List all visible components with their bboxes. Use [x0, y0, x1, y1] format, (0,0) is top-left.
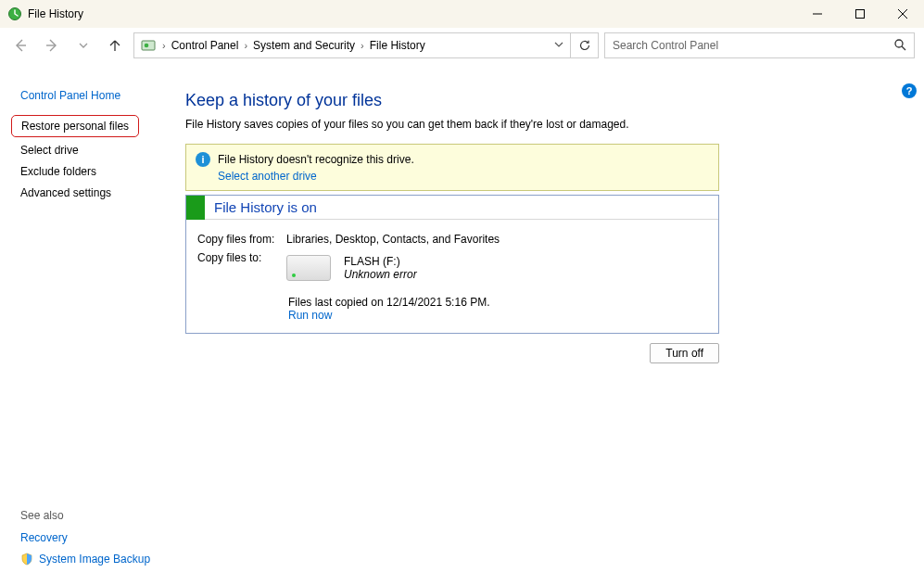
turn-off-button[interactable]: Turn off: [650, 343, 719, 363]
copy-from-label: Copy files from:: [197, 233, 286, 246]
sidebar-restore-personal-files[interactable]: Restore personal files: [11, 115, 139, 137]
svg-line-10: [902, 46, 905, 50]
see-also-recovery-label: Recovery: [20, 531, 68, 544]
maximize-button[interactable]: [839, 0, 881, 28]
run-now-link[interactable]: Run now: [288, 309, 707, 322]
breadcrumb-item[interactable]: File History: [366, 39, 429, 52]
refresh-button[interactable]: [570, 33, 598, 57]
chevron-right-icon[interactable]: ›: [160, 40, 168, 51]
warning-message: File History doesn't recognize this driv…: [218, 153, 414, 166]
warning-box: i File History doesn't recognize this dr…: [185, 144, 719, 191]
see-also-section: See also Recovery System Image Backup: [20, 509, 150, 574]
see-also-recovery[interactable]: Recovery: [20, 531, 150, 544]
status-on-indicator: [186, 196, 205, 220]
location-icon: [140, 37, 157, 54]
forward-button[interactable]: [39, 32, 65, 58]
sidebar-exclude-folders[interactable]: Exclude folders: [20, 165, 185, 178]
svg-rect-2: [856, 10, 865, 19]
copy-from-value: Libraries, Desktop, Contacts, and Favori…: [286, 233, 500, 246]
select-another-drive-link[interactable]: Select another drive: [218, 170, 317, 183]
nav-toolbar: › Control Panel › System and Security › …: [0, 28, 924, 63]
see-also-label: See also: [20, 509, 150, 522]
status-header: File History is on: [186, 196, 718, 220]
sidebar-advanced-settings[interactable]: Advanced settings: [20, 186, 185, 199]
search-box[interactable]: [604, 32, 915, 58]
content-pane: Keep a history of your files File Histor…: [185, 63, 924, 585]
help-icon[interactable]: ?: [902, 83, 917, 98]
see-also-backup-label: System Image Backup: [39, 553, 150, 566]
info-icon: i: [196, 152, 210, 167]
drive-name: FLASH (F:): [344, 255, 417, 268]
svg-point-8: [145, 44, 149, 48]
search-input[interactable]: [605, 38, 886, 53]
search-icon[interactable]: [886, 38, 914, 54]
status-panel: File History is on Copy files from: Libr…: [185, 195, 719, 334]
chevron-right-icon[interactable]: ›: [359, 40, 366, 51]
sidebar: Control Panel Home Restore personal file…: [0, 63, 185, 585]
breadcrumb-item[interactable]: System and Security: [249, 39, 359, 52]
drive-icon: [286, 255, 331, 281]
app-icon: [7, 6, 22, 21]
up-button[interactable]: [102, 32, 128, 58]
address-bar[interactable]: › Control Panel › System and Security › …: [133, 32, 599, 58]
last-copied-text: Files last copied on 12/14/2021 5:16 PM.: [288, 296, 707, 309]
window-controls: [796, 0, 924, 28]
recent-dropdown[interactable]: [70, 32, 96, 58]
window-title: File History: [28, 7, 83, 20]
page-subtitle: File History saves copies of your files …: [185, 118, 900, 131]
breadcrumb-item[interactable]: Control Panel: [168, 39, 243, 52]
drive-error: Unknown error: [344, 268, 417, 281]
back-button[interactable]: [7, 32, 33, 58]
control-panel-home-link[interactable]: Control Panel Home: [20, 89, 185, 102]
titlebar: File History: [0, 0, 924, 28]
close-button[interactable]: [881, 0, 924, 28]
status-title: File History is on: [214, 199, 317, 215]
page-title: Keep a history of your files: [185, 91, 900, 110]
minimize-button[interactable]: [796, 0, 839, 28]
sidebar-select-drive[interactable]: Select drive: [20, 144, 185, 157]
shield-icon: [20, 553, 33, 566]
svg-point-9: [895, 40, 903, 47]
see-also-system-image-backup[interactable]: System Image Backup: [20, 553, 150, 566]
chevron-right-icon[interactable]: ›: [242, 40, 249, 51]
address-dropdown[interactable]: [546, 39, 570, 52]
copy-to-label: Copy files to:: [197, 251, 286, 281]
